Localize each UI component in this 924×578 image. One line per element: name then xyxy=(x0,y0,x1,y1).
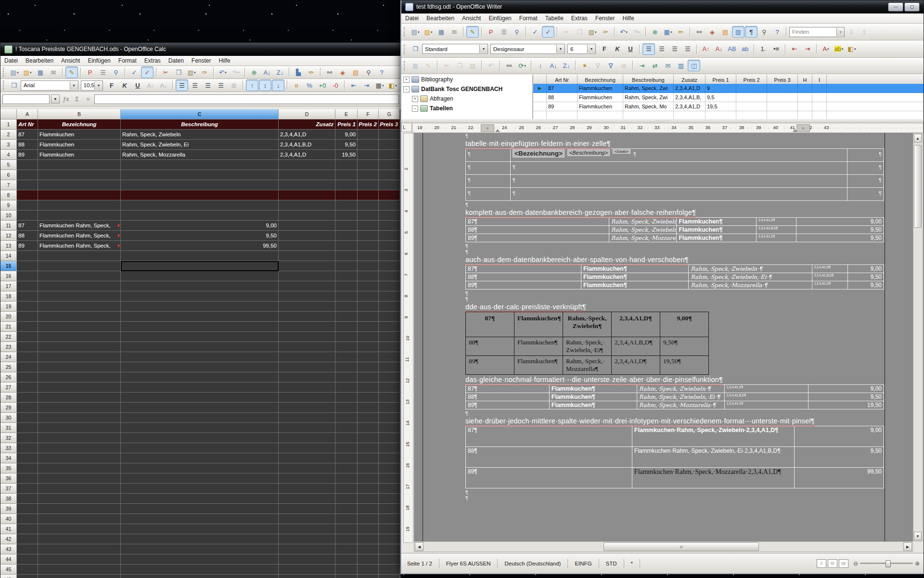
cell-name-box[interactable] xyxy=(2,94,50,104)
cell-G30[interactable] xyxy=(379,413,400,423)
cell-A43[interactable] xyxy=(17,544,38,554)
cell-G18[interactable] xyxy=(379,291,400,302)
cell-D23[interactable] xyxy=(279,342,335,352)
chevron-down-icon[interactable]: ▼ xyxy=(479,45,488,53)
cell-D18[interactable] xyxy=(279,291,335,302)
paragraph-background-icon[interactable]: ◧▾ xyxy=(846,43,858,55)
cell-B42[interactable] xyxy=(38,534,121,544)
ds-row[interactable]: 88FlammkuchenRahm, Speck, Zwi2,3,4,A1,B,… xyxy=(533,93,924,102)
ds-cell[interactable] xyxy=(812,84,827,93)
cell-G25[interactable] xyxy=(379,362,400,372)
ds-cell[interactable] xyxy=(578,111,623,119)
row-header-3[interactable]: 3 xyxy=(0,140,17,150)
sort-icon[interactable]: ↕ xyxy=(534,60,547,71)
cell-D5[interactable] xyxy=(279,160,335,170)
cell-F42[interactable] xyxy=(358,534,379,544)
chevron-down-icon[interactable]: ▼ xyxy=(70,81,78,90)
paste-icon[interactable]: ▧▾ xyxy=(185,66,198,78)
cell-B31[interactable] xyxy=(38,423,121,433)
cell-F20[interactable] xyxy=(358,312,379,322)
cell-C9[interactable] xyxy=(121,200,279,210)
data-source-explorer[interactable]: +Bibliography-DatBank Tosc GENGENBACH+Ab… xyxy=(401,75,533,119)
background-color-icon[interactable]: ◧▾ xyxy=(386,79,399,91)
borders-icon[interactable]: ▦▾ xyxy=(373,79,386,91)
cell-C41[interactable] xyxy=(121,524,279,534)
font-size-up-icon[interactable]: A↑ xyxy=(144,79,157,91)
cell-B43[interactable] xyxy=(38,544,121,554)
cell-F16[interactable] xyxy=(358,271,379,281)
cell-E23[interactable] xyxy=(335,342,358,352)
cell-F41[interactable] xyxy=(358,524,379,534)
cell-G11[interactable] xyxy=(379,221,400,231)
cell-B12[interactable]: Flammkuchen Rahm, Speck, xyxy=(38,231,121,241)
ds-row[interactable]: ▶87FlammkuchenRahm, Speck, Zwi2,3,4,A1,D… xyxy=(533,84,924,93)
status-page-style[interactable]: Flyer 6S AUSSEN xyxy=(439,559,498,568)
chevron-down-icon[interactable]: ▼ xyxy=(836,28,844,36)
cell-G39[interactable] xyxy=(379,504,400,514)
select-all-corner[interactable] xyxy=(0,109,17,119)
row-header-10[interactable]: 10 xyxy=(0,210,17,221)
ds-cell[interactable]: Rahm, Speck, Mo xyxy=(623,102,674,111)
horizontal-ruler[interactable]: L 19202122232425262728293031323334353637… xyxy=(401,123,924,133)
cell-A26[interactable] xyxy=(17,372,38,382)
spellcheck-icon[interactable]: ✓ xyxy=(128,66,141,78)
row-header-16[interactable]: 16 xyxy=(0,271,17,281)
column-header-G[interactable]: G xyxy=(379,109,400,119)
cell-C7[interactable] xyxy=(121,180,279,190)
cell-F24[interactable] xyxy=(358,352,379,362)
cell-C6[interactable] xyxy=(121,170,279,180)
ds-cell[interactable]: Flammkuchen xyxy=(578,93,623,102)
cell-D33[interactable] xyxy=(279,443,335,453)
navigator-icon[interactable]: ◈ xyxy=(336,66,349,78)
save-icon[interactable]: ▦ xyxy=(435,26,448,38)
cell-D37[interactable] xyxy=(279,484,335,494)
cell-G37[interactable] xyxy=(379,484,400,494)
cell-C26[interactable] xyxy=(121,372,279,382)
spellcheck-icon[interactable]: ✓ xyxy=(529,26,541,38)
align-right-icon[interactable]: ☰ xyxy=(202,79,214,91)
status-page[interactable]: Seite 1 / 2 xyxy=(405,559,439,568)
cell-G10[interactable] xyxy=(379,210,400,221)
db-field-chip[interactable]: <Zusatz> xyxy=(613,149,630,154)
cell-A14[interactable] xyxy=(17,251,38,261)
record-selector[interactable] xyxy=(533,102,547,111)
cell-C34[interactable] xyxy=(121,453,279,463)
cell-E13[interactable] xyxy=(335,241,358,251)
zoom-slider-thumb[interactable] xyxy=(886,560,891,567)
cell-A30[interactable] xyxy=(17,413,38,423)
cell-D32[interactable] xyxy=(279,433,335,443)
help-icon[interactable]: ? xyxy=(375,66,388,78)
cell-F15[interactable] xyxy=(358,261,379,271)
cell-F43[interactable] xyxy=(358,544,379,554)
cell-A22[interactable] xyxy=(17,332,38,342)
cell-A27[interactable] xyxy=(17,382,38,393)
cell-G45[interactable] xyxy=(379,565,400,575)
decrease-indent-icon[interactable]: ⇤ xyxy=(788,43,801,55)
cell-A41[interactable] xyxy=(17,524,38,534)
row-header-41[interactable]: 41 xyxy=(0,524,17,534)
writer-titlebar[interactable]: test fdhsg.odt - OpenOffice Writer —▢ xyxy=(401,0,924,13)
cell-A2[interactable]: 87 xyxy=(17,130,38,140)
cell-A12[interactable]: 88 xyxy=(17,231,38,241)
zoom-icon[interactable]: ⚲ xyxy=(758,26,770,38)
calc-sheet-grid[interactable]: ABCDEFG1Art NrBezeichnungBeschreibungZus… xyxy=(0,109,401,578)
cell-D10[interactable] xyxy=(279,210,335,221)
cell-C27[interactable] xyxy=(121,382,279,393)
cell-D22[interactable] xyxy=(279,332,335,342)
minimize-button[interactable]: — xyxy=(888,2,903,12)
valign-center-icon[interactable]: ↕ xyxy=(259,79,271,91)
ds-cell[interactable]: 19,5 xyxy=(706,102,736,111)
ds-cell[interactable]: 2,3,4,A1,B, xyxy=(674,93,706,102)
cell-G35[interactable] xyxy=(379,463,400,473)
cell-F19[interactable] xyxy=(358,302,379,312)
scroll-right-icon[interactable]: ▶ xyxy=(903,542,912,551)
cell-A20[interactable] xyxy=(17,312,38,322)
ds-cell[interactable]: 2,3,4,A1,D xyxy=(674,102,706,111)
cell-F25[interactable] xyxy=(358,362,379,372)
cell-E1[interactable]: Preis 1 xyxy=(335,119,358,130)
cell-B41[interactable] xyxy=(38,524,121,534)
show-draw-icon[interactable]: ✏ xyxy=(305,66,318,78)
cell-D17[interactable] xyxy=(279,281,335,291)
cell-D11[interactable] xyxy=(279,221,335,231)
cell-E46[interactable] xyxy=(335,575,358,578)
